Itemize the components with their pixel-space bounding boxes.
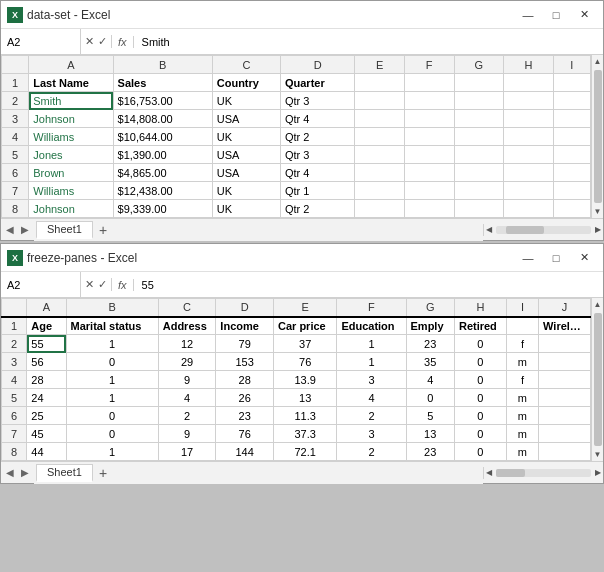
col-header-B-2[interactable]: B: [66, 299, 158, 317]
w2-cell-C3[interactable]: 29: [158, 353, 216, 371]
scroll-thumb-1[interactable]: [594, 70, 602, 203]
cell-A6[interactable]: Brown: [29, 164, 113, 182]
close-button-2[interactable]: ✕: [571, 248, 597, 268]
w2-cell-C7[interactable]: 9: [158, 425, 216, 443]
tab-scroll-left-2[interactable]: ◀: [3, 465, 17, 480]
cell-F3[interactable]: [404, 110, 454, 128]
cell-E7[interactable]: [355, 182, 405, 200]
w2-cell-J8[interactable]: [539, 443, 591, 461]
w2-cell-G4[interactable]: 4: [406, 371, 454, 389]
w2-cell-D6[interactable]: 23: [216, 407, 274, 425]
cell-C7[interactable]: UK: [212, 182, 280, 200]
col-header-C-2[interactable]: C: [158, 299, 216, 317]
col-header-F-2[interactable]: F: [337, 299, 406, 317]
cell-A4[interactable]: Williams: [29, 128, 113, 146]
w2-cell-D8[interactable]: 144: [216, 443, 274, 461]
w2-cell-A7[interactable]: 45: [27, 425, 66, 443]
w2-cell-I5[interactable]: m: [506, 389, 538, 407]
scroll-up-arrow-2[interactable]: ▲: [594, 298, 602, 311]
cell-G4[interactable]: [454, 128, 504, 146]
col-header-B-1[interactable]: B: [113, 56, 212, 74]
cell-A1[interactable]: Last Name: [29, 74, 113, 92]
name-box-2[interactable]: A2: [1, 272, 81, 297]
w2-cell-G8[interactable]: 23: [406, 443, 454, 461]
minimize-button-1[interactable]: —: [515, 5, 541, 25]
h-scroll-left-2[interactable]: ◀: [484, 468, 494, 477]
w2-cell-E3[interactable]: 76: [273, 353, 336, 371]
tab-scroll-left-1[interactable]: ◀: [3, 222, 17, 237]
h-scroll-thumb-2[interactable]: [496, 469, 525, 477]
w2-cell-E5[interactable]: 13: [273, 389, 336, 407]
w2-cell-E7[interactable]: 37.3: [273, 425, 336, 443]
w2-cell-H3[interactable]: 0: [454, 353, 506, 371]
cell-F1[interactable]: [404, 74, 454, 92]
cell-F7[interactable]: [404, 182, 454, 200]
w2-cell-D4[interactable]: 28: [216, 371, 274, 389]
col-header-I-1[interactable]: I: [553, 56, 590, 74]
cell-I2[interactable]: [553, 92, 590, 110]
cell-D2[interactable]: Qtr 3: [280, 92, 354, 110]
w2-cell-H2[interactable]: 0: [454, 335, 506, 353]
cell-H3[interactable]: [504, 110, 554, 128]
tab-scroll-right-2[interactable]: ▶: [18, 465, 32, 480]
col-header-G-1[interactable]: G: [454, 56, 504, 74]
cell-A5[interactable]: Jones: [29, 146, 113, 164]
horizontal-scrollbar-1[interactable]: ◀ ▶: [483, 224, 603, 236]
w2-cell-H7[interactable]: 0: [454, 425, 506, 443]
cell-C8[interactable]: UK: [212, 200, 280, 218]
vertical-scrollbar-1[interactable]: ▲ ▼: [591, 55, 603, 218]
cell-G2[interactable]: [454, 92, 504, 110]
vertical-scrollbar-2[interactable]: ▲ ▼: [591, 298, 603, 461]
w2-cell-B3[interactable]: 0: [66, 353, 158, 371]
w2-cell-I3[interactable]: m: [506, 353, 538, 371]
w2-cell-A4[interactable]: 28: [27, 371, 66, 389]
w2-cell-J5[interactable]: [539, 389, 591, 407]
cell-E5[interactable]: [355, 146, 405, 164]
cell-B6[interactable]: $4,865.00: [113, 164, 212, 182]
w2-cell-B5[interactable]: 1: [66, 389, 158, 407]
cell-D5[interactable]: Qtr 3: [280, 146, 354, 164]
col-header-H-1[interactable]: H: [504, 56, 554, 74]
cancel-icon-2[interactable]: ✕: [85, 278, 94, 291]
scroll-down-arrow-2[interactable]: ▼: [594, 448, 602, 461]
col-header-D-2[interactable]: D: [216, 299, 274, 317]
cell-D3[interactable]: Qtr 4: [280, 110, 354, 128]
cell-B3[interactable]: $14,808.00: [113, 110, 212, 128]
cell-H5[interactable]: [504, 146, 554, 164]
confirm-icon-1[interactable]: ✓: [98, 35, 107, 48]
w2-cell-E2[interactable]: 37: [273, 335, 336, 353]
scroll-down-arrow-1[interactable]: ▼: [594, 205, 602, 218]
maximize-button-1[interactable]: □: [543, 5, 569, 25]
cell-C6[interactable]: USA: [212, 164, 280, 182]
cell-I8[interactable]: [553, 200, 590, 218]
w2-cell-E6[interactable]: 11.3: [273, 407, 336, 425]
w2-cell-H8[interactable]: 0: [454, 443, 506, 461]
name-box-1[interactable]: A2: [1, 29, 81, 54]
w2-cell-G7[interactable]: 13: [406, 425, 454, 443]
w2-cell-B6[interactable]: 0: [66, 407, 158, 425]
w2-cell-E4[interactable]: 13.9: [273, 371, 336, 389]
sheet-tab-1[interactable]: Sheet1: [36, 221, 93, 239]
cell-B4[interactable]: $10,644.00: [113, 128, 212, 146]
h-scroll-right-2[interactable]: ▶: [593, 468, 603, 477]
w2-cell-A5[interactable]: 24: [27, 389, 66, 407]
w2-cell-J4[interactable]: [539, 371, 591, 389]
formula-value-2[interactable]: 55: [134, 279, 603, 291]
cell-C2[interactable]: UK: [212, 92, 280, 110]
w2-cell-J3[interactable]: [539, 353, 591, 371]
cancel-icon-1[interactable]: ✕: [85, 35, 94, 48]
cell-G6[interactable]: [454, 164, 504, 182]
w2-cell-G6[interactable]: 5: [406, 407, 454, 425]
w2-cell-B1[interactable]: Marital status: [66, 317, 158, 335]
cell-C1[interactable]: Country: [212, 74, 280, 92]
cell-A8[interactable]: Johnson: [29, 200, 113, 218]
cell-H6[interactable]: [504, 164, 554, 182]
cell-B5[interactable]: $1,390.00: [113, 146, 212, 164]
cell-E6[interactable]: [355, 164, 405, 182]
cell-D8[interactable]: Qtr 2: [280, 200, 354, 218]
col-header-D-1[interactable]: D: [280, 56, 354, 74]
cell-E3[interactable]: [355, 110, 405, 128]
cell-C5[interactable]: USA: [212, 146, 280, 164]
add-sheet-button-1[interactable]: +: [95, 221, 111, 239]
confirm-icon-2[interactable]: ✓: [98, 278, 107, 291]
